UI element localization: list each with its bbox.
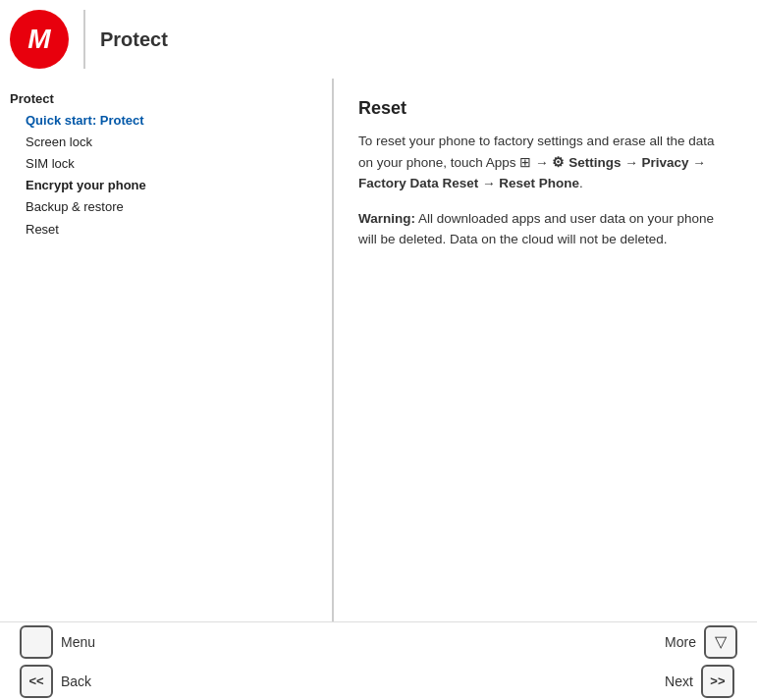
header-divider [83,10,85,69]
menu-button[interactable]: Menu [20,625,95,659]
bottom-right-controls: ▽ More >> Next [665,625,737,698]
next-icon: >> [701,665,734,698]
sidebar-item-screen-lock[interactable]: Screen lock [10,132,322,153]
menu-label: Menu [61,634,95,650]
header: M Protect [0,0,757,79]
more-label: More [665,634,696,650]
next-button[interactable]: >> Next [665,665,737,698]
main-content: Reset To reset your phone to factory set… [334,79,757,621]
sidebar-item-protect[interactable]: Protect [10,88,322,110]
motorola-logo: M [10,10,69,69]
more-icon: ▽ [704,625,737,659]
content-paragraph1: To reset your phone to factory settings … [358,131,732,194]
sidebar-item-sim-lock[interactable]: SIM lock [10,153,322,175]
paragraph1-settings-icon: ⚙ [552,155,565,170]
sidebar-item-backup[interactable]: Backup & restore [10,196,322,218]
content-warning: Warning: All downloaded apps and user da… [358,208,732,250]
back-icon: << [20,665,53,698]
next-label: Next [665,673,693,689]
bottom-toolbar: Menu << Back ▽ More >> Next [0,621,757,700]
menu-icon [20,625,53,659]
more-button[interactable]: ▽ More [665,625,737,659]
sidebar: Protect Quick start: Protect Screen lock… [0,79,334,621]
warning-label: Warning: [358,211,415,226]
back-button[interactable]: << Back [20,665,95,698]
bottom-left-controls: Menu << Back [20,625,95,698]
sidebar-item-encrypt[interactable]: Encrypt your phone [10,175,322,196]
page-title: Protect [100,28,168,51]
back-label: Back [61,673,91,689]
logo-m-letter: M [27,26,50,53]
sidebar-item-reset[interactable]: Reset [10,219,322,241]
content-title: Reset [358,98,732,119]
sidebar-item-quick-start[interactable]: Quick start: Protect [10,110,322,132]
